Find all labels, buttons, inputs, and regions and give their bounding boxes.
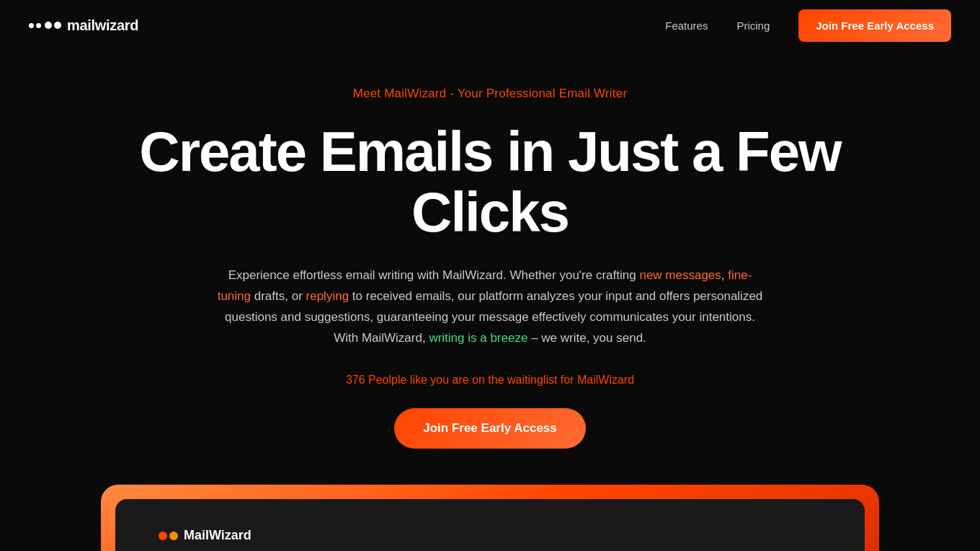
hero-desc-part2: ,	[721, 268, 728, 282]
hero-highlight-breeze: writing is a breeze	[429, 331, 527, 345]
app-preview-container: MailWizard Welcome Back, Stefan	[101, 485, 879, 551]
logo-dot-4	[54, 22, 61, 29]
hero-highlight-replying: replying	[306, 289, 349, 303]
nav-links: Features Pricing Join Free Early Access	[665, 9, 951, 42]
hero-cta-button[interactable]: Join Free Early Access	[394, 408, 586, 449]
waitlist-count-text: 376 Peolple like you are on the waitingl…	[346, 374, 634, 387]
app-logo-text: MailWizard	[184, 528, 251, 543]
nav-cta-button[interactable]: Join Free Early Access	[798, 9, 951, 42]
logo-dot-3	[45, 22, 52, 29]
app-logo-dots	[159, 532, 178, 540]
logo[interactable]: mailwizard	[29, 17, 138, 34]
hero-desc-part3: drafts, or	[251, 289, 306, 303]
hero-highlight-new-messages: new messages	[639, 268, 721, 282]
logo-dot-2	[36, 23, 41, 28]
hero-title: Create Emails in Just a Few Clicks	[94, 121, 886, 242]
nav-pricing-link[interactable]: Pricing	[736, 19, 770, 32]
logo-text: mailwizard	[67, 17, 138, 34]
app-inner-window: MailWizard Welcome Back, Stefan	[115, 499, 865, 551]
logo-icon	[29, 22, 61, 29]
hero-desc-part5: – we write, you send.	[527, 331, 646, 345]
app-dot-orange	[169, 532, 178, 540]
hero-description: Experience effortless email writing with…	[216, 265, 764, 349]
app-logo-row: MailWizard	[159, 528, 251, 543]
nav-features-link[interactable]: Features	[665, 19, 708, 32]
hero-desc-part1: Experience effortless email writing with…	[228, 268, 640, 282]
navbar: mailwizard Features Pricing Join Free Ea…	[0, 0, 980, 50]
hero-subtitle: Meet MailWizard - Your Professional Emai…	[353, 87, 628, 101]
logo-dot-1	[29, 23, 34, 28]
hero-section: Meet MailWizard - Your Professional Emai…	[0, 50, 980, 551]
app-dot-red	[159, 532, 167, 540]
